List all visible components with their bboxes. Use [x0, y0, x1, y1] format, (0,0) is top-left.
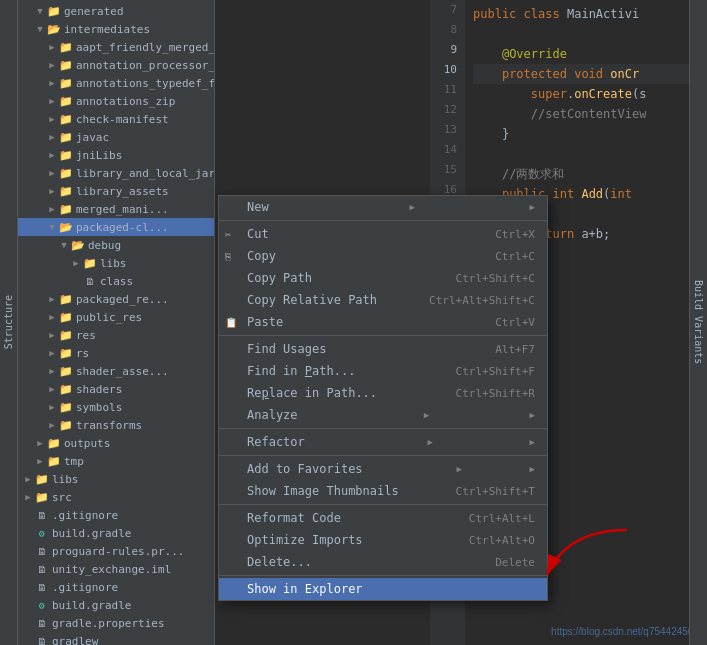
right-sidebar-tabs: Build Variants — [689, 0, 707, 645]
tree-item-library-assets[interactable]: ▶ 📁 library_assets — [18, 182, 214, 200]
folder-icon: 📁 — [46, 453, 62, 469]
line-num-7: 7 — [430, 0, 457, 20]
tree-item-annotations-zip[interactable]: ▶ 📁 annotations_zip — [18, 92, 214, 110]
tree-label: packaged_re... — [76, 293, 169, 306]
folder-icon: 📁 — [58, 363, 74, 379]
submenu-arrow-icon: ▶ — [456, 464, 461, 474]
tree-item-proguard-rules[interactable]: 🗎 proguard-rules.pr... — [18, 542, 214, 560]
menu-item-replace-in-path[interactable]: Replace in Path... Ctrl+Shift+R — [219, 382, 547, 404]
tree-item-jnilibs[interactable]: ▶ 📁 jniLibs — [18, 146, 214, 164]
tree-item-intermediates[interactable]: ▼ 📂 intermediates — [18, 20, 214, 38]
file-tree: ▼ 📁 generated ▼ 📂 intermediates ▶ 📁 aapt… — [18, 0, 215, 645]
tree-item-build-gradle-root[interactable]: ⚙ build.gradle — [18, 596, 214, 614]
menu-item-paste[interactable]: 📋 Paste Ctrl+V — [219, 311, 547, 333]
menu-item-reformat-code[interactable]: Reformat Code Ctrl+Alt+L — [219, 507, 547, 529]
structure-tab[interactable]: Structure — [1, 291, 16, 353]
tree-label: rs — [76, 347, 89, 360]
menu-item-show-in-explorer[interactable]: Show in Explorer — [219, 578, 547, 600]
menu-item-analyze-label: Analyze — [247, 408, 298, 422]
folder-icon: 📁 — [34, 471, 50, 487]
code-line-9: @Override — [473, 44, 699, 64]
menu-item-cut-shortcut: Ctrl+X — [495, 228, 535, 241]
menu-item-show-image-thumbnails[interactable]: Show Image Thumbnails Ctrl+Shift+T — [219, 480, 547, 502]
tree-item-javac[interactable]: ▶ 📁 javac — [18, 128, 214, 146]
tree-item-check-manifest[interactable]: ▶ 📁 check-manifest — [18, 110, 214, 128]
build-variants-tab[interactable]: Build Variants — [691, 276, 706, 368]
folder-icon: 📁 — [58, 417, 74, 433]
submenu-arrow-icon: ▶ — [427, 437, 432, 447]
menu-item-cut[interactable]: ✂ Cut Ctrl+X — [219, 223, 547, 245]
file-icon: 🗎 — [34, 579, 50, 595]
tree-item-outputs[interactable]: ▶ 📁 outputs — [18, 434, 214, 452]
tree-item-res[interactable]: ▶ 📁 res — [18, 326, 214, 344]
tree-item-libs-root[interactable]: ▶ 📁 libs — [18, 470, 214, 488]
gradle-file-icon: ⚙ — [34, 597, 50, 613]
tree-item-merged-mani[interactable]: ▶ 📁 merged_mani... — [18, 200, 214, 218]
menu-item-copy-path[interactable]: Copy Path Ctrl+Shift+C — [219, 267, 547, 289]
line-num-14: 14 — [430, 140, 457, 160]
tree-item-gitignore-root[interactable]: 🗎 .gitignore — [18, 578, 214, 596]
tree-label: annotation_processor_list — [76, 59, 215, 72]
tree-item-class[interactable]: 🗎 class — [18, 272, 214, 290]
menu-item-find-usages[interactable]: Find Usages Alt+F7 — [219, 338, 547, 360]
separator-1 — [219, 220, 547, 221]
tree-item-public-res[interactable]: ▶ 📁 public_res — [18, 308, 214, 326]
folder-icon: 📁 — [58, 291, 74, 307]
folder-icon: 📁 — [58, 183, 74, 199]
tree-item-symbols[interactable]: ▶ 📁 symbols — [18, 398, 214, 416]
tree-item-packaged-cl[interactable]: ▼ 📂 packaged-cl... — [18, 218, 214, 236]
tree-item-src[interactable]: ▶ 📁 src — [18, 488, 214, 506]
tree-label: public_res — [76, 311, 142, 324]
menu-item-copy-relative-path[interactable]: Copy Relative Path Ctrl+Alt+Shift+C — [219, 289, 547, 311]
tree-item-libs[interactable]: ▶ 📁 libs — [18, 254, 214, 272]
folder-icon: 📁 — [58, 165, 74, 181]
tree-item-debug[interactable]: ▼ 📂 debug — [18, 236, 214, 254]
tree-item-library-jars-jni[interactable]: ▶ 📁 library_and_local_jars_jni — [18, 164, 214, 182]
menu-item-replace-in-path-shortcut: Ctrl+Shift+R — [456, 387, 535, 400]
tree-item-shaders[interactable]: ▶ 📁 shaders — [18, 380, 214, 398]
tree-item-generated[interactable]: ▼ 📁 generated — [18, 2, 214, 20]
gradle-file-icon: ⚙ — [34, 525, 50, 541]
tree-item-gitignore-module[interactable]: 🗎 .gitignore — [18, 506, 214, 524]
context-menu: New ▶ ✂ Cut Ctrl+X ⎘ Copy Ctrl+C Copy Pa… — [218, 195, 548, 601]
menu-item-delete[interactable]: Delete... Delete — [219, 551, 547, 573]
tree-item-gradlew[interactable]: 🗎 gradlew — [18, 632, 214, 645]
tree-label: library_assets — [76, 185, 169, 198]
tree-item-transforms[interactable]: ▶ 📁 transforms — [18, 416, 214, 434]
tree-label: symbols — [76, 401, 122, 414]
tree-label: res — [76, 329, 96, 342]
menu-item-refactor[interactable]: Refactor ▶ — [219, 431, 547, 453]
tree-item-tmp[interactable]: ▶ 📁 tmp — [18, 452, 214, 470]
tree-item-unity-exchange-iml[interactable]: 🗎 unity_exchange.iml — [18, 560, 214, 578]
tree-item-annotations-typedef[interactable]: ▶ 📁 annotations_typedef_file — [18, 74, 214, 92]
tree-item-aapt[interactable]: ▶ 📁 aapt_friendly_merged_manifests — [18, 38, 214, 56]
expand-icon: ▶ — [46, 365, 58, 377]
menu-item-find-in-path[interactable]: Find in Path... Ctrl+Shift+F — [219, 360, 547, 382]
file-icon: 🗎 — [34, 507, 50, 523]
tree-item-gradle-properties[interactable]: 🗎 gradle.properties — [18, 614, 214, 632]
folder-icon: 📁 — [58, 381, 74, 397]
tree-item-packaged-re[interactable]: ▶ 📁 packaged_re... — [18, 290, 214, 308]
tree-item-build-gradle-module[interactable]: ⚙ build.gradle — [18, 524, 214, 542]
expand-icon: ▶ — [46, 113, 58, 125]
menu-item-optimize-imports[interactable]: Optimize Imports Ctrl+Alt+O — [219, 529, 547, 551]
menu-item-new[interactable]: New ▶ — [219, 196, 547, 218]
tree-item-annotation-processor[interactable]: ▶ 📁 annotation_processor_list — [18, 56, 214, 74]
expand-icon — [22, 563, 34, 575]
line-num-12: 12 — [430, 100, 457, 120]
folder-open-icon: 📂 — [46, 21, 62, 37]
folder-icon: 📁 — [46, 435, 62, 451]
expand-icon: ▶ — [46, 383, 58, 395]
menu-item-copy-path-shortcut: Ctrl+Shift+C — [456, 272, 535, 285]
tree-label: gradle.properties — [52, 617, 165, 630]
menu-item-add-to-favorites[interactable]: Add to Favorites ▶ — [219, 458, 547, 480]
menu-item-analyze[interactable]: Analyze ▶ — [219, 404, 547, 426]
tree-label: check-manifest — [76, 113, 169, 126]
file-icon: 🗎 — [34, 633, 50, 645]
menu-item-find-in-path-label: Find in Path... — [247, 364, 355, 378]
copy-icon: ⎘ — [225, 251, 231, 262]
tree-item-rs[interactable]: ▶ 📁 rs — [18, 344, 214, 362]
tree-label: tmp — [64, 455, 84, 468]
menu-item-copy[interactable]: ⎘ Copy Ctrl+C — [219, 245, 547, 267]
tree-item-shader-assets[interactable]: ▶ 📁 shader_asse... — [18, 362, 214, 380]
